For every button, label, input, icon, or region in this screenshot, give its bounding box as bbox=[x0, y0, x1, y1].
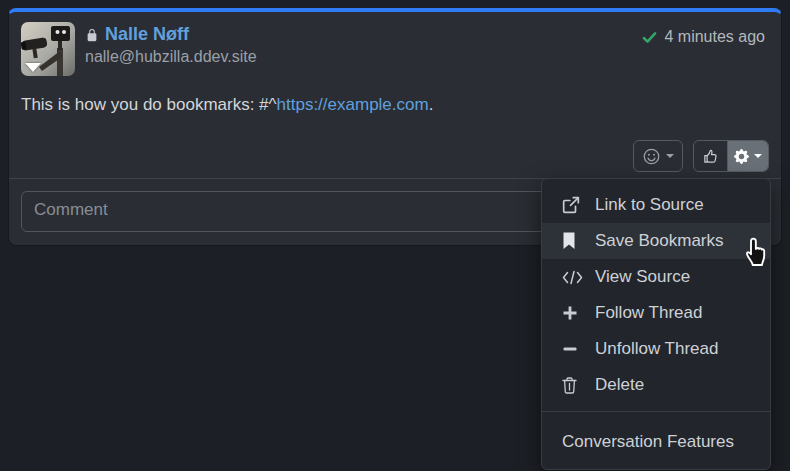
post-text-suffix: . bbox=[429, 95, 434, 114]
post-menu-button[interactable] bbox=[727, 141, 768, 171]
lock-icon bbox=[85, 27, 99, 43]
author-address: nalle@hubzilla.ddev.site bbox=[85, 48, 257, 66]
gear-icon bbox=[734, 149, 749, 164]
menu-item-label: Save Bookmarks bbox=[595, 231, 724, 251]
like-button[interactable] bbox=[694, 141, 727, 171]
caret-down-icon bbox=[754, 154, 762, 158]
caret-down-icon bbox=[666, 154, 674, 158]
minus-icon bbox=[562, 341, 584, 357]
menu-item-follow-thread[interactable]: Follow Thread bbox=[542, 295, 770, 331]
bookmark-icon bbox=[562, 232, 584, 250]
trash-icon bbox=[562, 377, 584, 394]
code-icon bbox=[562, 270, 584, 285]
like-settings-button-group bbox=[693, 140, 769, 172]
menu-item-label: View Source bbox=[595, 267, 690, 287]
emoji-reaction-button[interactable] bbox=[633, 140, 683, 172]
menu-item-delete[interactable]: Delete bbox=[542, 367, 770, 403]
menu-item-label: Delete bbox=[595, 375, 644, 395]
timestamp: 4 minutes ago bbox=[641, 22, 769, 46]
timestamp-label: 4 minutes ago bbox=[664, 28, 765, 46]
menu-item-link-to-source[interactable]: Link to Source bbox=[542, 187, 770, 223]
menu-item-label: Link to Source bbox=[595, 195, 704, 215]
post-link[interactable]: https://example.com bbox=[277, 95, 429, 114]
menu-item-label: Unfollow Thread bbox=[595, 339, 718, 359]
menu-item-unfollow-thread[interactable]: Unfollow Thread bbox=[542, 331, 770, 367]
author-info: Nalle Nøff nalle@hubzilla.ddev.site bbox=[85, 22, 257, 66]
avatar-dropdown-chevron-icon bbox=[25, 63, 41, 72]
thumbs-up-icon bbox=[702, 148, 719, 165]
plus-icon bbox=[562, 305, 584, 321]
external-link-icon bbox=[562, 196, 584, 214]
avatar[interactable] bbox=[21, 22, 75, 76]
menu-item-label: Follow Thread bbox=[595, 303, 702, 323]
post-options-dropdown: Link to Source Save Bookmarks View Sourc… bbox=[541, 178, 771, 470]
post-text: This is how you do bookmarks: #^ bbox=[21, 95, 277, 114]
author-name-link[interactable]: Nalle Nøff bbox=[105, 24, 189, 45]
post-body: This is how you do bookmarks: #^https://… bbox=[21, 95, 769, 115]
verified-check-icon bbox=[641, 30, 658, 45]
menu-item-save-bookmarks[interactable]: Save Bookmarks bbox=[542, 223, 770, 259]
menu-divider bbox=[542, 411, 770, 412]
post-header: Nalle Nøff nalle@hubzilla.ddev.site 4 mi… bbox=[21, 22, 769, 76]
menu-item-view-source[interactable]: View Source bbox=[542, 259, 770, 295]
post-content: Nalle Nøff nalle@hubzilla.ddev.site 4 mi… bbox=[9, 12, 781, 179]
post-actions bbox=[633, 140, 769, 172]
menu-item-conversation-features[interactable]: Conversation Features bbox=[542, 420, 770, 460]
smiley-icon bbox=[643, 148, 660, 165]
